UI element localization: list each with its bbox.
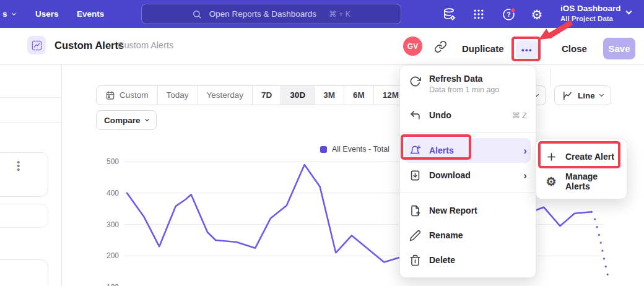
- dashboard-card[interactable]: •••: [0, 152, 48, 197]
- svg-text:?: ?: [507, 11, 510, 18]
- save-button[interactable]: Save: [603, 38, 635, 59]
- menu-item-download[interactable]: Download ›: [400, 163, 536, 188]
- svg-text:200: 200: [107, 251, 119, 260]
- dashboard-card[interactable]: [0, 204, 48, 228]
- apps-grid-button[interactable]: [471, 7, 486, 22]
- range-30d-selected[interactable]: 30D: [281, 86, 314, 105]
- refresh-icon: [409, 76, 421, 87]
- range-7d[interactable]: 7D: [252, 86, 281, 105]
- submenu-item-manage-alerts[interactable]: ⚙ Manage Alerts: [536, 169, 627, 194]
- line-chart-icon: [562, 90, 573, 101]
- nav-item-partial[interactable]: s: [2, 0, 15, 28]
- search-placeholder: Open Reports & Dashboards: [209, 9, 316, 19]
- top-nav: s Users Events Open Reports & Dashboards…: [0, 0, 644, 28]
- search-shortcut: ⌘ + K: [329, 9, 350, 19]
- database-gear-icon: [442, 7, 456, 22]
- submenu-item-create-alert[interactable]: Create Alert: [536, 144, 627, 169]
- page-title: Custom Alerts: [54, 40, 124, 51]
- sidebar-divider: [0, 122, 61, 123]
- header-divider: [550, 68, 550, 87]
- settings-button[interactable]: ⚙: [529, 7, 544, 22]
- gear-icon: ⚙: [545, 176, 557, 188]
- context-menu: Refresh Data Data from 1 min ago Undo ⌘ …: [399, 65, 536, 278]
- menu-item-label: New Report: [429, 206, 477, 215]
- svg-text:500: 500: [107, 157, 119, 166]
- svg-text:400: 400: [107, 189, 119, 197]
- search-input[interactable]: Open Reports & Dashboards ⌘ + K: [141, 4, 401, 24]
- refresh-subtitle: Data from 1 min ago: [429, 85, 499, 94]
- menu-item-label: Undo: [429, 110, 451, 120]
- help-icon: ?: [502, 7, 516, 22]
- duplicate-button[interactable]: Duplicate: [462, 43, 504, 54]
- chevron-down-icon: [11, 11, 15, 15]
- kebab-menu-icon[interactable]: •••: [17, 160, 20, 171]
- menu-item-label: Rename: [429, 230, 463, 240]
- range-custom[interactable]: Custom: [97, 86, 157, 105]
- undo-icon: [409, 110, 421, 121]
- chevron-down-icon: [144, 117, 149, 121]
- project-scope: All Project Data: [560, 14, 621, 24]
- date-range-control: Custom Today Yesterday 7D 30D 3M 6M 12M: [96, 85, 408, 105]
- submenu-item-label: Create Alert: [565, 152, 614, 162]
- project-name: iOS Dashboard: [560, 3, 621, 14]
- menu-item-refresh-data[interactable]: Refresh Data Data from 1 min ago: [400, 71, 536, 103]
- range-today[interactable]: Today: [157, 86, 198, 105]
- range-6m[interactable]: 6M: [344, 86, 373, 105]
- menu-item-alerts[interactable]: Alerts ›: [405, 138, 531, 163]
- pencil-icon: [409, 230, 421, 241]
- compare-button[interactable]: Compare: [96, 110, 157, 130]
- data-management-button[interactable]: [442, 7, 456, 22]
- copy-link-button[interactable]: [434, 40, 447, 53]
- svg-text:300: 300: [107, 220, 119, 229]
- menu-item-label: Delete: [429, 255, 455, 265]
- sidebar: •••: [0, 65, 62, 286]
- bell-plus-icon: [409, 145, 421, 157]
- grid-icon: [472, 8, 485, 20]
- more-options-button[interactable]: •••: [516, 41, 538, 59]
- menu-item-label: Alerts: [429, 145, 454, 155]
- sidebar-divider: [0, 97, 61, 98]
- submenu-chevron-right-icon: ›: [523, 170, 527, 181]
- dashboard-card[interactable]: [0, 259, 48, 286]
- range-yesterday[interactable]: Yesterday: [198, 86, 253, 105]
- chart-type-button[interactable]: Line: [554, 85, 611, 105]
- menu-divider: [400, 193, 536, 193]
- avatar[interactable]: GV: [403, 37, 422, 56]
- project-chevron-down-icon[interactable]: [626, 9, 632, 15]
- menu-item-rename[interactable]: Rename: [400, 223, 536, 248]
- trash-icon: [409, 254, 421, 266]
- undo-shortcut: ⌘ Z: [511, 111, 527, 120]
- range-3m[interactable]: 3M: [314, 86, 344, 105]
- svg-text:100: 100: [107, 283, 119, 286]
- app-window: s Users Events Open Reports & Dashboards…: [0, 0, 644, 286]
- project-selector[interactable]: iOS Dashboard All Project Data: [560, 3, 621, 24]
- breadcrumb: Custom Alerts: [118, 40, 173, 50]
- close-button[interactable]: Close: [562, 43, 587, 54]
- calendar-icon: [105, 90, 115, 100]
- search-icon: [192, 9, 202, 19]
- alerts-submenu: Create Alert ⚙ Manage Alerts: [536, 139, 627, 199]
- report-header: Custom Alerts Custom Alerts GV Duplicate…: [0, 28, 644, 65]
- nav-item-events[interactable]: Events: [77, 0, 104, 28]
- menu-item-undo[interactable]: Undo ⌘ Z: [400, 103, 536, 128]
- menu-item-delete[interactable]: Delete: [400, 248, 536, 272]
- nav-item-users[interactable]: Users: [35, 0, 59, 28]
- help-button[interactable]: ?: [502, 7, 516, 22]
- submenu-chevron-right-icon: ›: [523, 145, 527, 156]
- report-type-tile: [27, 36, 46, 54]
- plus-icon: [545, 151, 557, 163]
- download-file-icon: [409, 170, 421, 181]
- link-icon: [434, 40, 447, 53]
- menu-item-label: Download: [429, 170, 471, 180]
- line-report-icon: [31, 40, 43, 51]
- gear-icon: ⚙: [531, 8, 543, 21]
- file-plus-icon: [409, 205, 421, 217]
- chevron-down-icon: [599, 92, 604, 97]
- submenu-item-label: Manage Alerts: [565, 171, 618, 191]
- menu-item-label: Refresh Data: [429, 74, 482, 84]
- menu-item-new-report[interactable]: New Report: [400, 198, 536, 223]
- menu-divider: [400, 132, 536, 133]
- nav-item-partial-label: s: [2, 0, 7, 28]
